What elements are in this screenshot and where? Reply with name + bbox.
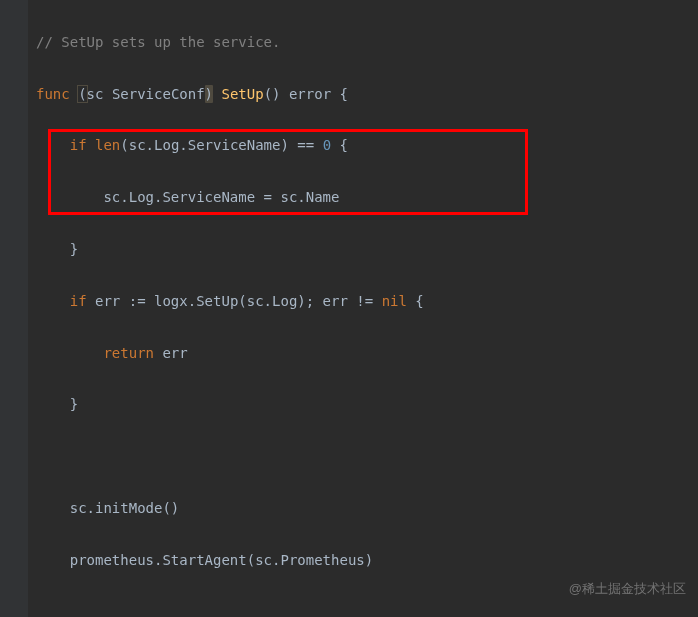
code-line <box>36 599 698 617</box>
code-line: if err := logx.SetUp(sc.Log); err != nil… <box>36 289 698 315</box>
code-line: } <box>36 237 698 263</box>
code-line: prometheus.StartAgent(sc.Prometheus) <box>36 548 698 574</box>
code-editor[interactable]: // SetUp sets up the service. func (sc S… <box>0 0 698 617</box>
gutter <box>0 0 28 617</box>
code-line: sc.initMode() <box>36 496 698 522</box>
code-line: // SetUp sets up the service. <box>36 30 698 56</box>
code-line: } <box>36 392 698 418</box>
code-line <box>36 444 698 470</box>
code-line: func (sc ServiceConf) SetUp() error { <box>36 82 698 108</box>
code-line: sc.Log.ServiceName = sc.Name <box>36 185 698 211</box>
watermark: @稀土掘金技术社区 <box>569 577 686 601</box>
code-line: if len(sc.Log.ServiceName) == 0 { <box>36 133 698 159</box>
code-area[interactable]: // SetUp sets up the service. func (sc S… <box>28 0 698 617</box>
code-line: return err <box>36 341 698 367</box>
